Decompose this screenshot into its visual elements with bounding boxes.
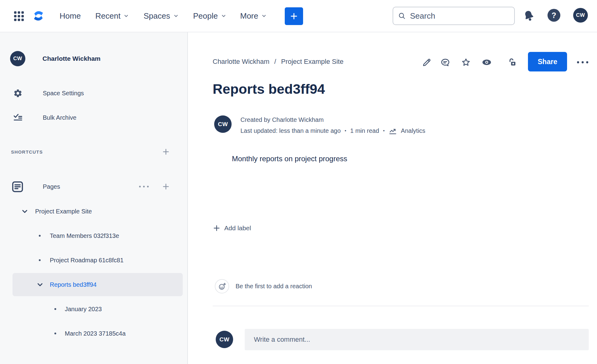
nav-people[interactable]: People (193, 0, 226, 32)
add-label-button[interactable]: Add label (213, 221, 251, 235)
search-input[interactable] (410, 11, 509, 21)
comment-input[interactable] (245, 336, 589, 344)
add-page-button[interactable] (160, 181, 171, 192)
sidebar-item-pages[interactable]: Pages (11, 179, 60, 194)
sidebar-item-bulk-archive[interactable]: Bulk Archive (13, 111, 76, 124)
restrictions-button[interactable] (507, 57, 518, 67)
more-actions-button[interactable] (576, 57, 589, 67)
tree-item-team-members[interactable]: Team Members 032f313e (39, 229, 119, 242)
pages-icon (11, 180, 24, 194)
add-reaction-button[interactable] (215, 279, 229, 293)
space-header[interactable]: CW Charlotte Wickham (10, 51, 101, 66)
last-updated[interactable]: Last updated: less than a minute ago (240, 125, 341, 136)
add-shortcut-button[interactable] (160, 146, 171, 157)
share-button[interactable]: Share (528, 52, 567, 71)
add-label-text: Add label (224, 224, 251, 232)
search-box[interactable] (393, 7, 515, 25)
bullet-icon (39, 235, 41, 237)
created-by: Created by Charlotte Wickham (240, 114, 425, 125)
plus-icon (162, 148, 170, 156)
commenter-avatar: CW (216, 331, 233, 348)
chevron-down-icon (173, 13, 179, 19)
tree-item-label: January 2023 (65, 306, 102, 313)
ellipsis-icon (138, 185, 149, 188)
breadcrumb-parent-page[interactable]: Project Example Site (281, 58, 343, 66)
question-mark-icon: ? (551, 11, 556, 20)
chevron-down-icon (123, 13, 129, 19)
user-avatar[interactable]: CW (573, 8, 588, 23)
sidebar-item-label: Pages (43, 183, 60, 190)
tree-item-march-2023[interactable]: March 2023 37185c4a (54, 327, 126, 340)
sidebar-item-label: Bulk Archive (43, 114, 76, 121)
comment-input-box[interactable] (245, 329, 589, 350)
smiley-add-reaction-icon (218, 282, 226, 291)
analytics-chart-icon (389, 127, 397, 135)
sidebar-item-label: Space Settings (43, 90, 84, 97)
page-title: Reports bed3ff94 (213, 81, 325, 97)
tree-item-label: Project Roadmap 61c8fc81 (50, 257, 123, 264)
space-sidebar: CW Charlotte Wickham Space Settings Bulk… (0, 32, 188, 364)
nav-more-label: More (240, 11, 258, 21)
space-avatar: CW (10, 51, 25, 66)
tree-item-january-2023[interactable]: January 2023 (54, 302, 102, 316)
bullet-icon (54, 308, 56, 310)
pages-more-button[interactable] (136, 181, 152, 192)
author-avatar[interactable]: CW (214, 115, 232, 133)
page-body-text: Monthly reports on project progress (232, 155, 347, 163)
edit-button[interactable] (422, 57, 432, 67)
chevron-down-icon (36, 281, 44, 289)
tree-item-label: Team Members 032f313e (50, 232, 119, 239)
read-time: 1 min read (350, 125, 379, 136)
app-grid-icon (14, 11, 24, 21)
star-button[interactable] (461, 57, 471, 67)
separator-dot: • (345, 125, 346, 136)
chevron-down-icon (261, 13, 267, 19)
notifications-bell-icon[interactable] (521, 8, 537, 24)
separator-dot: • (383, 125, 385, 136)
app-switcher-button[interactable] (13, 10, 25, 22)
bulk-archive-icon (13, 113, 23, 122)
confluence-logo-icon[interactable] (32, 9, 45, 23)
tree-item-label: March 2023 37185c4a (65, 330, 126, 337)
tree-item-label: Reports bed3ff94 (50, 281, 97, 288)
comments-button[interactable] (440, 57, 450, 67)
ellipsis-icon (576, 60, 589, 64)
nav-recent-label: Recent (95, 11, 120, 21)
byline: Created by Charlotte Wickham Last update… (240, 114, 425, 136)
breadcrumb-space[interactable]: Charlotte Wickham (213, 58, 269, 66)
bullet-icon (54, 333, 56, 334)
pencil-icon (422, 57, 432, 67)
nav-spaces-label: Spaces (144, 11, 170, 21)
nav-more[interactable]: More (240, 0, 267, 32)
section-divider (213, 306, 589, 306)
unlocked-padlock-icon (507, 57, 517, 67)
top-nav: Home Recent Spaces People More ? CW (0, 0, 597, 32)
breadcrumb-separator: / (274, 58, 276, 66)
nav-home[interactable]: Home (60, 0, 81, 32)
tree-item-label: Project Example Site (35, 208, 92, 215)
nav-spaces[interactable]: Spaces (144, 0, 179, 32)
search-icon (398, 12, 406, 20)
space-name: Charlotte Wickham (42, 55, 101, 62)
gear-icon (13, 89, 23, 98)
tree-item-reports-selected[interactable]: Reports bed3ff94 (13, 273, 183, 296)
analytics-link[interactable]: Analytics (401, 125, 425, 136)
eye-icon (482, 57, 492, 67)
chevron-down-icon (21, 207, 29, 215)
comment-bubble-icon (440, 57, 450, 67)
nav-recent[interactable]: Recent (95, 0, 129, 32)
create-button[interactable] (285, 7, 303, 25)
shortcuts-heading: SHORTCUTS (11, 145, 43, 158)
nav-home-label: Home (60, 11, 81, 21)
bullet-icon (39, 259, 41, 261)
watch-button[interactable] (482, 57, 492, 67)
tree-item-project-example-site[interactable]: Project Example Site (21, 205, 92, 218)
plus-icon (213, 224, 221, 232)
plus-icon (162, 183, 170, 191)
star-icon (461, 57, 471, 67)
nav-people-label: People (193, 11, 218, 21)
sidebar-item-space-settings[interactable]: Space Settings (13, 86, 84, 100)
chevron-down-icon (221, 13, 226, 19)
help-button[interactable]: ? (548, 9, 560, 22)
tree-item-project-roadmap[interactable]: Project Roadmap 61c8fc81 (39, 253, 123, 267)
